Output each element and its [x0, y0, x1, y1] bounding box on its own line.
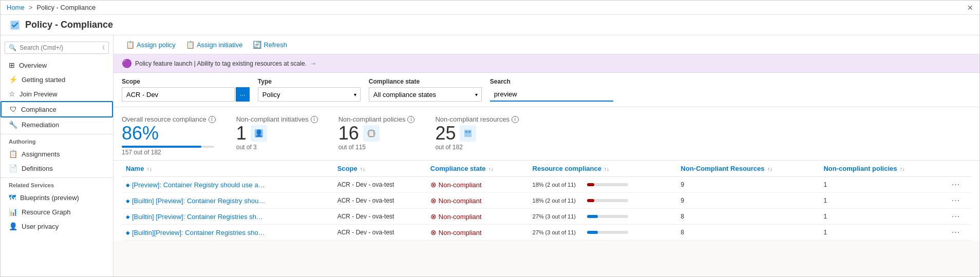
policy-link-3[interactable]: [Builtin][Preview]: Container Registries… — [132, 229, 266, 236]
resource-bar-fill-3 — [587, 231, 598, 234]
row-more-button-1[interactable]: ··· — [952, 196, 960, 205]
overall-compliance-metric: Overall resource compliance i 86% 157 ou… — [122, 115, 216, 156]
col-header-scope[interactable]: Scope ↑↓ — [333, 161, 426, 177]
cell-compliance-state-1: ⊗ Non-compliant — [426, 193, 529, 209]
compliance-table-section: Name ↑↓ Scope ↑↓ Compliance state ↑↓ — [114, 161, 979, 241]
ncr-sort-icon: ↑↓ — [767, 166, 772, 172]
sidebar-item-remediation[interactable]: 🔧 Remediation — [1, 117, 113, 132]
cell-name-0: ◆ [Preview]: Container Registry should u… — [122, 177, 333, 193]
resources-label: Non-compliant resources — [435, 115, 510, 123]
banner-text: Policy feature launch | Ability to tag e… — [135, 60, 307, 67]
collapse-icon[interactable]: 《 — [100, 44, 105, 51]
sidebar-search-input[interactable] — [5, 42, 109, 54]
policy-link-0[interactable]: [Preview]: Container Registry should use… — [132, 181, 266, 189]
breadcrumb-home[interactable]: Home — [7, 4, 25, 11]
sidebar: 🔍 《 ⊞ Overview ⚡ Getting started ☆ Join … — [1, 35, 114, 276]
user-icon: 👤 — [9, 222, 17, 230]
compliance-state-label: Compliance state — [369, 78, 482, 85]
type-select[interactable]: Policy Initiative — [258, 87, 361, 102]
scope-input[interactable] — [122, 87, 235, 102]
resource-bar-track-1 — [587, 199, 628, 202]
svg-text:👤: 👤 — [255, 129, 263, 137]
policies-info-icon[interactable]: i — [407, 116, 414, 123]
filters: Scope ··· Type Policy Initiative — [114, 73, 979, 107]
sidebar-item-definitions[interactable]: 📄 Definitions — [1, 161, 113, 175]
svg-rect-8 — [468, 131, 470, 133]
policy-link-2[interactable]: [Builtin] [Preview]: Container Registrie… — [132, 213, 266, 221]
star-icon: ☆ — [9, 90, 15, 98]
overall-compliance-sub: 157 out of 182 — [122, 149, 216, 156]
banner-link[interactable]: → — [310, 60, 316, 67]
refresh-button[interactable]: 🔄 Refresh — [249, 38, 291, 51]
initiatives-label: Non-compliant initiatives — [236, 115, 309, 123]
sidebar-item-blueprints[interactable]: 🗺 Blueprints (preview) — [1, 190, 113, 205]
assign-policy-button[interactable]: 📋 Assign policy — [122, 38, 180, 51]
sidebar-item-assignments[interactable]: 📋 Assignments — [1, 147, 113, 161]
breadcrumb-separator: > — [29, 4, 33, 11]
compliance-table: Name ↑↓ Scope ↑↓ Compliance state ↑↓ — [122, 161, 971, 241]
close-icon[interactable]: ✕ — [967, 4, 973, 12]
cell-name-1: ◆ [Builtin] [Preview]: Container Registr… — [122, 193, 333, 209]
cell-more-1[interactable]: ··· — [948, 193, 971, 209]
compliance-state-sort-icon: ↑↓ — [488, 166, 494, 172]
cell-more-3[interactable]: ··· — [948, 225, 971, 241]
initiatives-sub: out of 3 — [236, 144, 318, 151]
row-more-button-3[interactable]: ··· — [952, 228, 960, 236]
related-section-label: Related Services — [1, 177, 113, 190]
col-header-actions — [948, 161, 971, 177]
sidebar-item-join-preview[interactable]: ☆ Join Preview — [1, 87, 113, 101]
cell-resource-compliance-1: 18% (2 out of 11) — [529, 193, 677, 209]
resource-bar-track-0 — [587, 183, 628, 186]
row-more-button-0[interactable]: ··· — [952, 180, 960, 189]
banner: 🟣 Policy feature launch | Ability to tag… — [114, 54, 979, 73]
sidebar-item-getting-started[interactable]: ⚡ Getting started — [1, 72, 113, 87]
name-sort-icon: ↑↓ — [147, 166, 152, 172]
scope-more-button[interactable]: ··· — [236, 87, 250, 102]
table-row: ◆ [Builtin][Preview]: Container Registri… — [122, 225, 971, 241]
cell-name-3: ◆ [Builtin][Preview]: Container Registri… — [122, 225, 333, 241]
initiatives-info-icon[interactable]: i — [311, 116, 318, 123]
table-header-row: Name ↑↓ Scope ↑↓ Compliance state ↑↓ — [122, 161, 971, 177]
cell-ncr-0: 9 — [676, 177, 819, 193]
initiatives-icon: 👤 — [251, 125, 267, 142]
cell-ncr-2: 8 — [676, 209, 819, 225]
col-header-name[interactable]: Name ↑↓ — [122, 161, 333, 177]
col-header-compliance-state[interactable]: Compliance state ↑↓ — [426, 161, 529, 177]
overall-info-icon[interactable]: i — [209, 116, 216, 123]
type-label: Type — [258, 78, 361, 85]
assign-policy-icon: 📋 — [126, 41, 135, 49]
table-body: ◆ [Preview]: Container Registry should u… — [122, 177, 971, 241]
col-header-resource-compliance[interactable]: Resource compliance ↑↓ — [529, 161, 677, 177]
search-filter: Search — [490, 78, 613, 102]
resources-info-icon[interactable]: i — [512, 116, 519, 123]
col-header-non-compliant-resources[interactable]: Non-Compliant Resources ↑↓ — [676, 161, 819, 177]
list-icon: 📋 — [9, 150, 17, 158]
resource-bar-fill-2 — [587, 215, 598, 218]
search-input[interactable] — [490, 87, 613, 102]
compliance-state-select[interactable]: All compliance states Compliant Non-comp… — [369, 87, 482, 102]
cell-more-2[interactable]: ··· — [948, 209, 971, 225]
cell-compliance-state-0: ⊗ Non-compliant — [426, 177, 529, 193]
wrench-icon: 🔧 — [9, 121, 17, 129]
sidebar-item-resource-graph[interactable]: 📊 Resource Graph — [1, 205, 113, 219]
compliance-icon-1: ⊗ — [430, 196, 437, 205]
resources-sub: out of 182 — [435, 144, 519, 151]
cell-ncp-3: 1 — [819, 225, 947, 241]
document-icon: 📄 — [9, 164, 17, 172]
cell-ncp-1: 1 — [819, 193, 947, 209]
cell-scope-3: ACR - Dev - ova-test — [333, 225, 426, 241]
cell-more-0[interactable]: ··· — [948, 177, 971, 193]
sidebar-item-user-privacy[interactable]: 👤 User privacy — [1, 219, 113, 233]
col-header-non-compliant-policies[interactable]: Non-compliant policies ↑↓ — [819, 161, 947, 177]
grid-icon: ⊞ — [9, 61, 15, 69]
row-more-button-2[interactable]: ··· — [952, 212, 960, 221]
cell-scope-1: ACR - Dev - ova-test — [333, 193, 426, 209]
compliance-icon-3: ⊗ — [430, 228, 437, 236]
breadcrumb: Home > Policy - Compliance — [7, 4, 96, 11]
assign-initiative-button[interactable]: 📋 Assign initiative — [182, 38, 247, 51]
sidebar-item-overview[interactable]: ⊞ Overview — [1, 58, 113, 72]
sidebar-item-compliance[interactable]: 🛡 Compliance — [1, 101, 113, 117]
policy-link-1[interactable]: [Builtin] [Preview]: Container Registry … — [132, 197, 266, 205]
banner-icon: 🟣 — [122, 58, 132, 68]
ncp-sort-icon: ↑↓ — [900, 166, 905, 172]
